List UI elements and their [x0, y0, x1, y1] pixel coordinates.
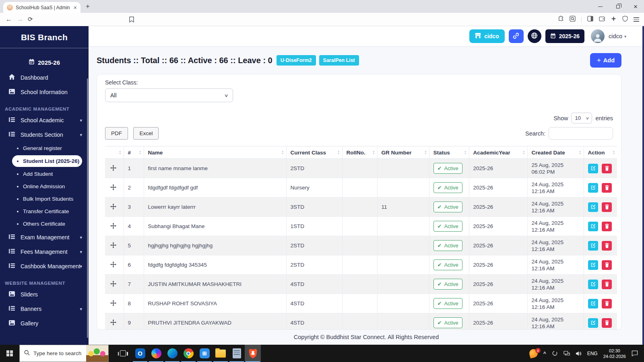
edit-button[interactable] — [588, 222, 598, 231]
column-created-date[interactable]: Created Date▲▼ — [527, 146, 584, 159]
start-button[interactable] — [0, 345, 19, 362]
drag-handle-icon[interactable] — [110, 224, 116, 230]
sidebar-item-sliders[interactable]: Sliders — [0, 287, 89, 302]
globe-button[interactable] — [528, 29, 541, 43]
window-minimize-button[interactable] — [598, 6, 603, 7]
delete-button[interactable] — [602, 260, 612, 270]
drag-handle-icon[interactable] — [110, 321, 116, 327]
sidebar-item-students-section[interactable]: Students Section ▾ — [0, 128, 89, 142]
bookmark-icon[interactable] — [129, 13, 134, 26]
browser-tab[interactable]: SchoolHub SaaS | Admin Panel × — [3, 2, 80, 13]
notification-center-icon[interactable] — [629, 350, 641, 356]
sidebar-item-dashboard[interactable]: Dashboard — [0, 70, 89, 85]
column-gr-number[interactable]: GR Number▲▼ — [377, 146, 429, 159]
taskbar-notepad-icon[interactable] — [229, 345, 245, 362]
edit-button[interactable] — [588, 202, 598, 212]
tray-app-icon[interactable]: 4 — [526, 349, 541, 358]
reload-button[interactable]: ⟳ — [28, 13, 33, 26]
taskbar-brave-icon[interactable] — [245, 345, 261, 362]
window-restore-button[interactable] — [616, 5, 620, 8]
sidebar-item-bulk-import-students[interactable]: Bulk Import Students — [0, 193, 89, 205]
search-input[interactable] — [549, 127, 613, 140]
add-button[interactable]: + Add — [590, 53, 621, 68]
taskbar-store-icon[interactable]: ⊞ — [196, 345, 213, 362]
tray-sync-icon[interactable] — [549, 350, 561, 356]
column-action[interactable]: Action▲▼ — [584, 146, 617, 159]
delete-button[interactable] — [602, 280, 612, 289]
sidebar-item-online-admission[interactable]: Online Admission — [0, 180, 89, 193]
drag-handle-icon[interactable] — [110, 166, 116, 172]
pdf-export-button[interactable]: PDF — [105, 127, 128, 140]
taskbar-edge-icon[interactable] — [164, 345, 180, 362]
taskbar-copilot-icon[interactable] — [148, 345, 164, 362]
academic-year-button[interactable]: 2025-26 — [545, 29, 584, 43]
delete-button[interactable] — [602, 222, 612, 231]
drag-handle-icon[interactable] — [110, 263, 116, 269]
menu-icon[interactable] — [634, 17, 639, 22]
edit-button[interactable] — [588, 260, 598, 270]
class-select[interactable]: All ∨ — [105, 88, 233, 102]
leo-ai-icon[interactable] — [611, 16, 617, 23]
sidebar-toggle-icon[interactable] — [587, 16, 593, 23]
sidebar-scrollbar[interactable] — [87, 78, 89, 338]
drag-handle-icon[interactable] — [110, 205, 116, 211]
edit-button[interactable] — [588, 164, 598, 173]
link-button[interactable] — [509, 29, 524, 43]
sidebar-item-student-list[interactable]: Student List (2025-26) — [12, 155, 82, 167]
edit-button[interactable] — [588, 299, 598, 309]
sidebar-item-banners[interactable]: Banners ▾ — [0, 302, 89, 316]
taskbar-file-explorer-icon[interactable] — [213, 345, 229, 362]
new-tab-button[interactable]: + — [86, 2, 90, 10]
back-button[interactable]: ← — [6, 13, 12, 26]
edit-button[interactable] — [588, 280, 598, 289]
sidebar-item-add-student[interactable]: Add Student — [0, 168, 89, 180]
store-button[interactable]: cidco — [469, 29, 505, 43]
column-name[interactable]: Name▲▼ — [144, 146, 286, 159]
tray-expand-icon[interactable]: ^ — [541, 351, 549, 356]
sidebar-item-others-certificate[interactable]: Others Certificate — [0, 218, 89, 230]
drag-handle-icon[interactable] — [110, 282, 116, 288]
sidebar-year[interactable]: 2025-26 — [0, 48, 89, 70]
delete-button[interactable] — [602, 318, 612, 328]
edit-button[interactable] — [588, 183, 598, 193]
forward-button[interactable]: → — [17, 13, 23, 26]
drag-handle-icon[interactable] — [110, 243, 116, 249]
language-indicator[interactable]: ENG — [584, 351, 601, 356]
sidebar-item-general-register[interactable]: General register — [0, 142, 89, 154]
network-icon[interactable] — [561, 351, 573, 356]
column-current-class[interactable]: Current Class▲▼ — [286, 146, 342, 159]
delete-button[interactable] — [602, 183, 612, 193]
volume-icon[interactable] — [573, 351, 584, 356]
user-menu[interactable]: cidco ▾ — [609, 33, 626, 39]
taskbar-search[interactable]: Type here to search — [19, 345, 109, 362]
clock[interactable]: 02:30 24-02-2026 — [601, 348, 629, 359]
delete-button[interactable] — [602, 202, 612, 212]
edit-button[interactable] — [588, 318, 598, 328]
drag-handle-icon[interactable] — [110, 301, 116, 307]
search-tabs-icon[interactable] — [570, 16, 576, 23]
column-academic-year[interactable]: AcademicYear▲▼ — [469, 146, 527, 159]
page-scrollbar[interactable] — [642, 26, 644, 345]
sidebar-item-fees-management[interactable]: Fees Management ▾ — [0, 245, 89, 259]
task-view-button[interactable] — [114, 345, 132, 362]
sidebar-item-school-information[interactable]: School Information — [0, 85, 89, 99]
column-rollno[interactable]: RollNo.▲▼ — [342, 146, 377, 159]
sidebar-item-gallery[interactable]: Gallery — [0, 316, 89, 331]
wallet-icon[interactable] — [599, 16, 605, 23]
taskbar-chrome-icon[interactable] — [180, 345, 196, 362]
column-drag[interactable]: ▲▼ — [105, 146, 124, 159]
vpn-shield-icon[interactable] — [622, 16, 628, 23]
taskbar-outlook-icon[interactable]: O — [132, 345, 148, 362]
drag-handle-icon[interactable] — [110, 185, 116, 191]
excel-export-button[interactable]: Excel — [133, 127, 159, 140]
tab-close-icon[interactable]: × — [74, 4, 77, 11]
udise-form-button[interactable]: U-DiseForm2 — [277, 55, 316, 66]
delete-button[interactable] — [602, 299, 612, 309]
sidebar-item-cashbook-management[interactable]: Cashbook Management ▾ — [0, 259, 89, 274]
extensions-icon[interactable] — [558, 16, 564, 23]
delete-button[interactable] — [602, 164, 612, 173]
delete-button[interactable] — [602, 241, 612, 251]
saralpen-list-button[interactable]: SaralPen List — [319, 55, 359, 66]
user-avatar[interactable] — [591, 29, 605, 43]
sidebar-item-school-academic[interactable]: School Academic ▾ — [0, 113, 89, 128]
